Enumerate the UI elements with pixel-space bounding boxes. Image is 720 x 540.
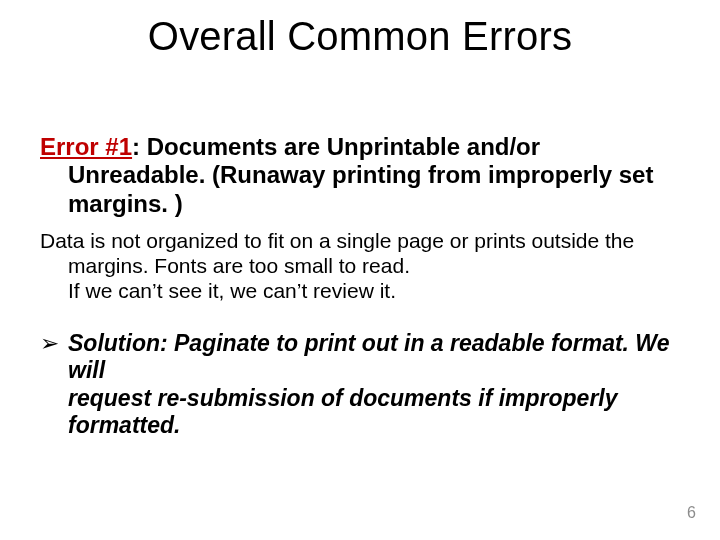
slide-body: Error #1: Documents are Unprintable and/… bbox=[40, 133, 680, 440]
solution-block: ➢ Solution: Paginate to print out in a r… bbox=[40, 330, 680, 440]
slide: Overall Common Errors Error #1: Document… bbox=[0, 0, 720, 540]
slide-title: Overall Common Errors bbox=[0, 14, 720, 59]
error-heading-line2: Unreadable. (Runaway printing from impro… bbox=[40, 161, 680, 189]
solution-line1: Solution: Paginate to print out in a rea… bbox=[68, 330, 669, 384]
error-heading-line1: : Documents are Unprintable and/or bbox=[132, 133, 540, 160]
error-heading-line3: margins. ) bbox=[40, 190, 680, 218]
error-heading: Error #1: Documents are Unprintable and/… bbox=[40, 133, 680, 218]
solution-line2: request re-submission of documents if im… bbox=[68, 385, 618, 439]
error-description: Data is not organized to fit on a single… bbox=[40, 228, 680, 304]
error-label: Error #1 bbox=[40, 133, 132, 160]
desc-line2: margins. Fonts are too small to read. bbox=[40, 253, 680, 278]
desc-line1: Data is not organized to fit on a single… bbox=[40, 229, 634, 252]
arrow-icon: ➢ bbox=[40, 330, 59, 358]
desc-line3: If we can’t see it, we can’t review it. bbox=[40, 278, 680, 303]
page-number: 6 bbox=[687, 504, 696, 522]
